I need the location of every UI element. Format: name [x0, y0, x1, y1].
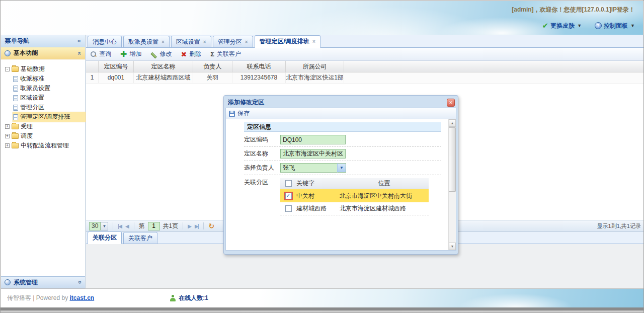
chevron-down-icon[interactable]: ▼	[101, 222, 108, 230]
welcome-message: [admin]，欢迎你！您使用[127.0.0.1]IP登录！	[512, 6, 635, 14]
manager-combo[interactable]: ▼	[280, 163, 346, 173]
collapse-expander-icon[interactable]: -	[5, 67, 10, 71]
close-icon[interactable]: ×	[203, 39, 206, 45]
keyword-cell: 建材城西路	[296, 204, 340, 213]
code-input[interactable]	[280, 135, 346, 144]
expand-chevron-icon[interactable]: «	[76, 281, 84, 284]
add-modify-area-dialog: 添加修改定区 ✕ 保存 定区信息 定区编码 定区名称 选择负责	[223, 95, 458, 255]
itcast-link[interactable]: itcast.cn	[70, 294, 95, 301]
column-header[interactable]: 负责人	[193, 61, 232, 72]
column-header[interactable]: 所属公司	[286, 61, 344, 72]
add-label: 增加	[129, 50, 141, 58]
tree-node-label: 取派员设置	[20, 84, 50, 93]
partition-field-row: 关联分区 关键字 位置 中关村 北京市海淀区中关村南大街	[244, 178, 441, 215]
table-row[interactable]: 中关村 北京市海淀区中关村南大街	[280, 189, 429, 202]
tree-node-base-data[interactable]: - 基础数据	[5, 64, 85, 74]
close-icon[interactable]: ×	[312, 39, 315, 44]
column-header[interactable]: 联系电话	[232, 61, 286, 72]
accordion-basic-functions[interactable]: 基本功能 «	[1, 47, 85, 59]
scrollbar-thumb[interactable]	[449, 127, 456, 192]
tree-node-transfer-process[interactable]: + 中转配送流程管理	[5, 141, 85, 150]
first-page-icon[interactable]: ◀	[118, 223, 122, 229]
sidebar-collapse-icon[interactable]: «	[77, 35, 81, 47]
close-button[interactable]: ✕	[447, 99, 455, 107]
control-panel-button[interactable]: ? 控制面板 ▼	[595, 22, 635, 30]
refresh-icon[interactable]: ↻	[208, 222, 214, 230]
column-header[interactable]: 定区编号	[99, 61, 134, 72]
folder-icon	[12, 143, 19, 148]
modify-button[interactable]: 修改	[150, 50, 172, 58]
position-column-header[interactable]: 位置	[340, 179, 429, 188]
name-cell: 北京建材城西路区域	[134, 72, 193, 83]
page-number-input[interactable]	[148, 222, 160, 230]
row-checkbox[interactable]	[285, 205, 292, 212]
tree-node-manage-fixed-area[interactable]: 管理定区/调度排班	[13, 112, 85, 122]
partition-subgrid: 关键字 位置 中关村 北京市海淀区中关村南大街 建材城西路 北京市海淀区建材城西…	[280, 178, 429, 215]
tab-region-settings[interactable]: 区域设置 ×	[171, 36, 211, 47]
close-icon[interactable]: ×	[245, 39, 248, 45]
tab-linked-partition[interactable]: 关联分区	[88, 231, 122, 244]
keyword-cell: 中关村	[296, 192, 340, 200]
column-header[interactable]: 定区名称	[134, 61, 193, 72]
dialog-titlebar[interactable]: 添加修改定区 ✕	[225, 97, 456, 108]
link-customer-button[interactable]: Σ 关联客户	[210, 50, 241, 58]
person-icon	[170, 295, 176, 301]
tab-label: 关联客户	[128, 234, 152, 243]
total-pages-label: 共1页	[163, 222, 179, 230]
tree-node-courier-settings[interactable]: 取派员设置	[13, 84, 85, 93]
code-field-row: 定区编码	[244, 133, 441, 147]
tree-node-manage-partition[interactable]: 管理分区	[13, 103, 85, 112]
subgrid-header: 关键字 位置	[280, 178, 429, 189]
delete-button[interactable]: ✖ 删除	[181, 50, 201, 58]
tree-node-dispatch[interactable]: + 调度	[5, 131, 85, 141]
page-size-combo[interactable]: 30 ▼	[89, 222, 108, 230]
table-row[interactable]: 建材城西路 北京市海淀区建材城西路	[280, 202, 429, 215]
tab-label: 管理分区	[218, 38, 242, 46]
save-button[interactable]: 保存	[229, 109, 250, 118]
tree-node-region-settings[interactable]: 区域设置	[13, 93, 85, 103]
expand-expander-icon[interactable]: +	[5, 124, 10, 129]
scrollbar[interactable]: ▲ ▼	[448, 119, 456, 250]
online-count-label: 在线人数:1	[179, 294, 208, 302]
expand-expander-icon[interactable]: +	[5, 134, 10, 138]
accordion-system-management[interactable]: 系统管理 «	[1, 276, 85, 288]
expand-expander-icon[interactable]: +	[5, 143, 10, 148]
chevron-down-icon[interactable]: ▼	[337, 163, 346, 173]
last-page-icon[interactable]: ▶	[195, 223, 199, 229]
tab-label: 管理定区/调度排班	[260, 37, 309, 46]
table-row[interactable]: 1 dq001 北京建材城西路区域 关羽 13912345678 北京市海淀区快…	[86, 72, 644, 84]
prev-page-icon[interactable]: ◀	[125, 223, 129, 229]
grid-toolbar: 查询 ✚ 增加 修改 ✖ 删除 Σ 关联客户	[86, 48, 644, 61]
query-button[interactable]: 查询	[90, 50, 111, 58]
manager-field-row: 选择负责人 ▼	[244, 161, 441, 175]
dialog-form: 定区信息 定区编码 定区名称 选择负责人 ▼ 关联分区	[226, 119, 448, 250]
add-button[interactable]: ✚ 增加	[120, 50, 141, 58]
tree-node-label: 中转配送流程管理	[21, 141, 69, 150]
collapse-chevron-icon[interactable]: «	[76, 51, 84, 55]
keyword-column-header[interactable]: 关键字	[296, 179, 340, 188]
scroll-up-icon[interactable]: ▲	[449, 119, 456, 127]
next-page-icon[interactable]: ▶	[188, 223, 192, 229]
close-icon[interactable]: ×	[162, 39, 165, 45]
dialog-toolbar: 保存	[225, 108, 456, 119]
tab-manage-partition[interactable]: 管理分区 ×	[213, 36, 253, 47]
select-all-checkbox[interactable]	[285, 180, 292, 187]
save-label: 保存	[237, 109, 250, 118]
row-number-header	[86, 61, 99, 72]
row-checkbox-checked[interactable]	[285, 193, 292, 199]
change-skin-button[interactable]: ✔ 更换皮肤 ▼	[542, 21, 582, 30]
tab-manage-fixed-area[interactable]: 管理定区/调度排班 ×	[255, 35, 320, 48]
online-count: 在线人数:1	[170, 294, 208, 302]
scroll-down-icon[interactable]: ▼	[449, 243, 456, 250]
tab-message-center[interactable]: 消息中心	[88, 36, 122, 47]
page-icon	[13, 86, 18, 92]
tab-courier-settings[interactable]: 取派员设置 ×	[123, 36, 170, 47]
name-input[interactable]	[280, 149, 346, 159]
tree-node-pickup-standard[interactable]: 收派标准	[13, 74, 85, 84]
top-banner: [admin]，欢迎你！您使用[127.0.0.1]IP登录！ ✔ 更换皮肤 ▼…	[1, 1, 643, 35]
tree-node-acceptance[interactable]: + 受理	[5, 122, 85, 131]
tab-linked-customer[interactable]: 关联客户	[123, 232, 157, 244]
application-window: [admin]，欢迎你！您使用[127.0.0.1]IP登录！ ✔ 更换皮肤 ▼…	[0, 0, 644, 313]
manager-combo-input[interactable]	[280, 163, 337, 173]
tab-label: 区域设置	[176, 38, 200, 46]
